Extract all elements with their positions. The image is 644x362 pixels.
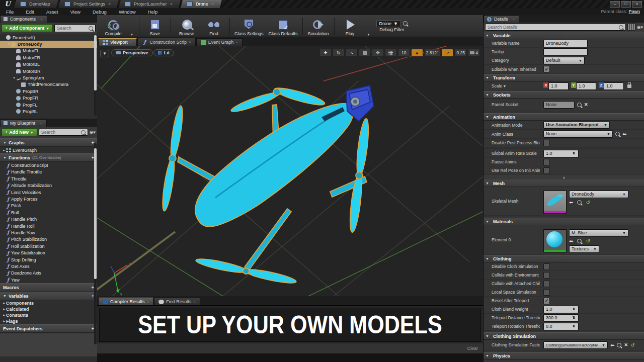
class-defaults-button[interactable]: Class Defaults bbox=[267, 16, 300, 36]
variable-category-calculated[interactable]: ▸Calculated bbox=[0, 306, 97, 312]
tree-item-motorfl[interactable]: MotorFL bbox=[0, 48, 97, 54]
function-altitude-stabilization[interactable]: ƒAltitude Stabilization bbox=[0, 183, 97, 189]
use-selected-icon[interactable]: ⬅ bbox=[569, 238, 573, 244]
coordinate-space-button[interactable] bbox=[359, 49, 371, 57]
browse-icon[interactable] bbox=[617, 343, 621, 347]
section-animation[interactable]: ▼Animation bbox=[484, 113, 644, 121]
function-yaw-stabilization[interactable]: ƒYaw Stabilization bbox=[0, 249, 97, 256]
function-handle-pitch[interactable]: ƒHandle Pitch bbox=[0, 216, 97, 223]
tree-item-propfl[interactable]: PropFL bbox=[0, 102, 97, 108]
section-physics[interactable]: ▼Physics bbox=[484, 352, 644, 359]
dropdown-arrow-play[interactable]: ▼ bbox=[364, 16, 373, 36]
components-scrollbar[interactable] bbox=[94, 35, 97, 116]
pause-anims-checkbox[interactable] bbox=[543, 159, 550, 165]
section-sockets[interactable]: ▼Sockets bbox=[484, 91, 644, 99]
scale-tool-button[interactable]: ↘ bbox=[346, 49, 358, 57]
class-settings-button[interactable]: Class Settings bbox=[232, 16, 266, 36]
teleport-distance-threshold-spinner[interactable]: 300.0 bbox=[543, 314, 579, 322]
reset-icon[interactable]: ↺ bbox=[586, 200, 590, 205]
cloth-blend-weight-spinner[interactable]: 1.0 bbox=[543, 306, 579, 313]
browse-icon[interactable] bbox=[577, 239, 582, 243]
textures-button[interactable]: Textures▼ bbox=[569, 245, 599, 253]
rotate-tool-button[interactable]: ↻ bbox=[333, 49, 345, 57]
menu-help[interactable]: Help bbox=[142, 9, 164, 15]
tab-viewport[interactable]: Viewport× bbox=[98, 38, 137, 46]
use-ref-pose-checkbox[interactable] bbox=[543, 167, 550, 174]
close-icon[interactable]: × bbox=[147, 300, 149, 304]
tree-item-motorbl[interactable]: MotorBL bbox=[0, 61, 97, 68]
menu-debug[interactable]: Debug bbox=[87, 9, 113, 15]
clothing-factory-dropdown[interactable]: ClothingSimulationFactoryNv▼ bbox=[543, 341, 608, 349]
viewport-3d[interactable]: x y ▼ Perspective Lit ✚ ↻ ↘ ✜ 10 ▲ 2.812… bbox=[97, 46, 483, 296]
editable-checkbox[interactable]: ✓ bbox=[543, 66, 550, 72]
graphs-section-header[interactable]: ▼Graphs+ bbox=[0, 138, 97, 147]
reset-after-teleport-checkbox[interactable]: ✓ bbox=[543, 298, 550, 304]
lock-icon[interactable] bbox=[627, 84, 631, 88]
event-dispatchers-section-header[interactable]: Event Dispatchers+ bbox=[0, 324, 97, 333]
event-graph-row[interactable]: ▸EventGraph bbox=[0, 147, 97, 153]
skeletal-mesh-thumbnail[interactable] bbox=[543, 191, 567, 214]
function-pitch[interactable]: ƒPitch bbox=[0, 203, 97, 209]
section-transform[interactable]: ▼Transform bbox=[484, 74, 644, 81]
function-pitch-stabilization[interactable]: ƒPitch Stabilization bbox=[0, 236, 97, 243]
section-variable[interactable]: ▼Variable bbox=[484, 32, 644, 39]
debug-target-dropdown[interactable]: Drone▼ bbox=[376, 20, 401, 27]
close-icon[interactable]: × bbox=[193, 300, 196, 304]
menu-view[interactable]: View bbox=[64, 9, 86, 15]
section-clothing-simulation[interactable]: ▼Clothing Simulation bbox=[484, 332, 644, 340]
save-button[interactable]: Save bbox=[142, 16, 168, 36]
function-apply-forces[interactable]: ƒApply Forces bbox=[0, 196, 97, 202]
function-get-axes[interactable]: ƒGet Axes bbox=[0, 263, 97, 269]
property-matrix-icon[interactable] bbox=[627, 24, 635, 31]
expander-icon[interactable]: ▸ bbox=[2, 301, 6, 305]
expander-icon[interactable]: ▾ bbox=[7, 42, 11, 46]
function-limit-velocities[interactable]: ƒLimit Velocities bbox=[0, 189, 97, 196]
use-selected-icon[interactable]: ⬅ bbox=[610, 342, 614, 348]
minimize-button[interactable]: – bbox=[610, 1, 620, 8]
close-button[interactable]: × bbox=[632, 1, 642, 8]
close-icon[interactable]: × bbox=[235, 40, 238, 45]
find-button[interactable]: Find bbox=[201, 16, 227, 36]
translate-tool-button[interactable]: ✚ bbox=[319, 49, 332, 57]
reset-icon[interactable]: ↺ bbox=[586, 238, 590, 244]
simulation-button[interactable]: Simulation bbox=[305, 16, 332, 36]
category-dropdown[interactable]: Default▼ bbox=[543, 57, 585, 64]
close-icon[interactable]: × bbox=[40, 121, 42, 126]
scale-x[interactable]: X1.0 bbox=[543, 82, 569, 90]
scale-y[interactable]: Y1.0 bbox=[571, 82, 596, 90]
collide-with-attached-childre-checkbox[interactable] bbox=[543, 281, 550, 287]
function-handle-yaw[interactable]: ƒHandle Yaw bbox=[0, 229, 97, 236]
function-throttle[interactable]: ƒThrottle bbox=[0, 175, 97, 182]
material-dropdown[interactable]: M_Blue▼ bbox=[569, 229, 628, 237]
section-clothing[interactable]: ▼Clothing bbox=[484, 255, 644, 262]
tree-item-propfr[interactable]: PropFR bbox=[0, 95, 97, 102]
functions-section-header[interactable]: ▼Functions(21 Overridable)+ bbox=[0, 153, 97, 162]
parent-socket-field[interactable]: None bbox=[543, 101, 575, 109]
dropdown-arrow-compile[interactable]: ▼ bbox=[127, 16, 136, 36]
tree-item-springarm[interactable]: ▾SpringArm bbox=[0, 74, 97, 81]
material-thumbnail[interactable] bbox=[543, 229, 567, 252]
tree-item-dronebody[interactable]: ▾DroneBody bbox=[0, 41, 97, 47]
menu-edit[interactable]: Edit bbox=[20, 9, 40, 15]
expander-icon[interactable]: ▸ bbox=[2, 148, 6, 152]
tree-item-motorfr[interactable]: MotorFR bbox=[0, 54, 97, 61]
disable-cloth-simulation-checkbox[interactable] bbox=[543, 263, 550, 270]
surface-snap-button[interactable]: ✜ bbox=[372, 49, 384, 57]
use-selected-icon[interactable]: ⬅ bbox=[569, 200, 573, 205]
function-deadzone-axis[interactable]: ƒDeadzone Axis bbox=[0, 270, 97, 277]
view-options-icon[interactable]: ◉▾ bbox=[637, 25, 643, 30]
clear-icon[interactable]: ✕ bbox=[624, 342, 628, 347]
perspective-button[interactable]: Perspective bbox=[111, 49, 153, 56]
function-handle-throttle[interactable]: ƒHandle Throttle bbox=[0, 169, 97, 175]
tab-construction-scrip[interactable]: ƒConstruction Scrip× bbox=[137, 38, 196, 46]
compile-button[interactable]: ✓Compile bbox=[100, 16, 126, 36]
tab-event-graph[interactable]: Event Graph× bbox=[196, 38, 243, 46]
search-socket-icon[interactable] bbox=[577, 103, 582, 107]
function-roll[interactable]: ƒRoll bbox=[0, 209, 97, 216]
section-materials[interactable]: ▼Materials bbox=[484, 218, 644, 225]
tooltip-field[interactable] bbox=[543, 48, 588, 56]
browse-icon[interactable] bbox=[577, 200, 582, 205]
disable-pp-checkbox[interactable] bbox=[543, 140, 550, 146]
function-yaw[interactable]: ƒYaw bbox=[0, 277, 97, 283]
play-button[interactable]: Play bbox=[337, 16, 363, 36]
